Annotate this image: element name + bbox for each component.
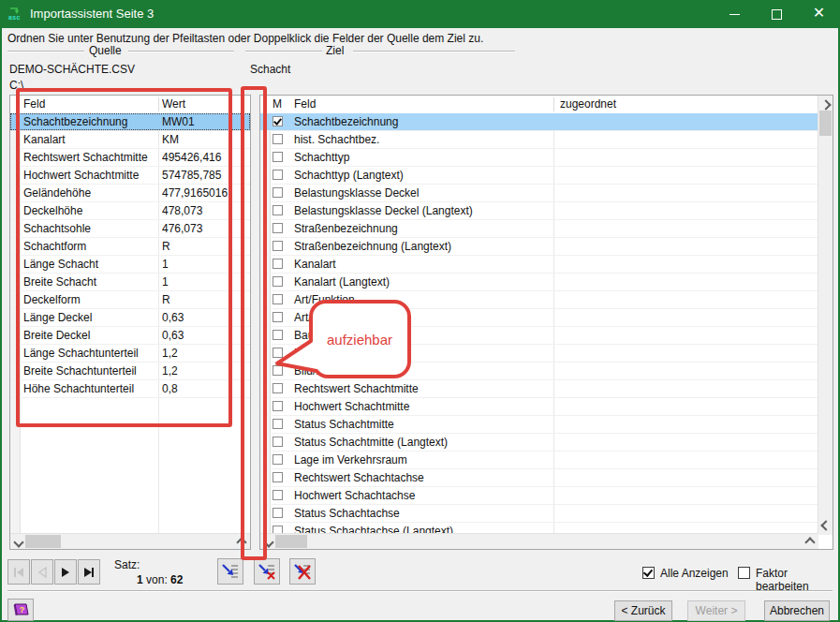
edit-factor-checkbox[interactable] (738, 567, 750, 579)
scroll-up-icon[interactable] (820, 99, 831, 110)
source-row[interactable]: Länge Schachtunterteil 1,2 (10, 345, 250, 363)
mapped-checkbox[interactable] (273, 508, 283, 518)
last-record-button[interactable] (78, 559, 100, 585)
target-row[interactable]: Art/Fu (260, 309, 818, 327)
source-row[interactable]: Breite Schacht 1 (10, 274, 250, 291)
first-record-button[interactable] (7, 559, 30, 585)
mapped-checkbox[interactable] (273, 401, 283, 411)
source-row[interactable]: Breite Deckel 0,63 (10, 327, 250, 345)
target-row[interactable]: Straßenbezeichnung (260, 220, 818, 238)
target-row[interactable]: Schachtbezeichnung (260, 113, 818, 131)
source-row[interactable]: Rechtswert Schachtmitte 495426,416 (10, 149, 250, 167)
target-horizontal-scrollbar[interactable] (260, 533, 818, 549)
remove-all-assignments-button[interactable] (289, 558, 316, 585)
target-row[interactable]: Art/Funktion (260, 291, 818, 309)
target-row[interactable]: Be (260, 345, 818, 363)
source-grid[interactable]: Feld Wert Schachtbezeichnung MW01 Kanala… (9, 95, 251, 550)
target-row[interactable]: Rechtswert Schachtachse (260, 469, 818, 487)
target-row[interactable]: Status Schachtachse (260, 505, 818, 523)
source-row[interactable]: Höhe Schachtunterteil 0,8 (10, 380, 250, 398)
target-vertical-scrollbar[interactable] (818, 96, 833, 535)
title-bar[interactable]: asc Importassistent Seite 3 ✕ (0, 0, 840, 28)
back-button[interactable]: < Zurück (614, 600, 672, 621)
mapped-checkbox[interactable] (273, 152, 283, 162)
mapped-checkbox[interactable] (273, 419, 283, 429)
scroll-right-icon[interactable] (236, 537, 246, 547)
target-row[interactable]: Kanalart (260, 256, 818, 274)
mapped-checkbox[interactable] (273, 490, 283, 500)
mapped-checkbox[interactable] (273, 348, 283, 358)
source-row[interactable]: Länge Schacht 1 (10, 256, 250, 274)
scrollbar-thumb[interactable] (819, 111, 832, 136)
cancel-button[interactable]: Abbrechen (764, 600, 830, 621)
source-row[interactable]: Schachtbezeichnung MW01 (10, 113, 250, 131)
target-field-cell: Kanalart (Langtext) (294, 274, 553, 290)
mapped-checkbox[interactable] (273, 365, 283, 376)
mapped-checkbox[interactable] (273, 223, 283, 233)
source-horizontal-scrollbar[interactable] (10, 533, 250, 549)
scroll-down-icon[interactable] (820, 520, 831, 530)
mapped-checkbox[interactable] (273, 134, 283, 144)
target-row[interactable]: Rechtswert Schachtmitte (260, 380, 818, 398)
target-col-assigned: zugeordnet (560, 96, 747, 113)
target-row[interactable]: hist. Schachtbez. (260, 131, 818, 149)
source-row[interactable]: Geländehöhe 477,9165016 (10, 185, 250, 202)
source-row[interactable]: Deckelform R (10, 291, 250, 309)
target-row[interactable]: Hochwert Schachtachse (260, 487, 818, 505)
target-row[interactable]: Kanalart (Langtext) (260, 274, 818, 291)
target-row[interactable]: Hochwert Schachtmitte (260, 398, 818, 416)
mapped-checkbox[interactable] (273, 312, 283, 322)
target-row[interactable]: Schachttyp (Langtext) (260, 167, 818, 185)
scroll-left-icon[interactable] (263, 537, 273, 547)
mapped-checkbox[interactable] (273, 454, 283, 465)
mapped-checkbox[interactable] (273, 259, 283, 269)
mapped-checkbox[interactable] (273, 187, 283, 198)
mapped-checkbox[interactable] (273, 170, 283, 180)
scroll-right-icon[interactable] (804, 537, 815, 547)
record-counter-value: 1 von: 62 (137, 573, 183, 586)
target-row[interactable]: Belastungsklasse Deckel (260, 185, 818, 202)
target-row[interactable]: Schachttyp (260, 149, 818, 167)
help-button[interactable]: ? (7, 599, 34, 621)
maximize-button[interactable] (756, 0, 798, 28)
source-row[interactable]: Breite Schachtunterteil 1,2 (10, 363, 250, 380)
scroll-left-icon[interactable] (13, 537, 23, 547)
mapped-checkbox[interactable] (273, 383, 283, 393)
next-record-button[interactable] (54, 559, 77, 585)
mapped-checkbox[interactable] (273, 205, 283, 215)
mapped-checkbox[interactable] (273, 437, 283, 447)
target-row[interactable]: Belastungsklasse Deckel (Langtext) (260, 202, 818, 220)
target-row[interactable]: Bild/Fo (260, 363, 818, 380)
source-row[interactable]: Deckelhöhe 478,073 (10, 202, 250, 220)
target-row[interactable]: Straßenbezeichnung (Langtext) (260, 238, 818, 256)
minimize-button[interactable] (714, 0, 756, 28)
remove-assignment-button[interactable] (254, 558, 280, 585)
mapped-checkbox[interactable] (273, 116, 283, 126)
target-grid[interactable]: M Feld zugeordnet Schachtbezeichnung his… (259, 95, 833, 550)
target-row[interactable]: Lage im Verkehrsraum (260, 452, 818, 469)
target-row[interactable]: Status Schachtmitte (Langtext) (260, 434, 818, 452)
source-row[interactable]: Schachtsohle 476,073 (10, 220, 250, 238)
source-row[interactable]: Länge Deckel 0,63 (10, 309, 250, 327)
previous-record-button[interactable] (31, 559, 53, 585)
scrollbar-thumb[interactable] (25, 535, 61, 548)
assign-field-button[interactable] (217, 558, 243, 585)
mapped-checkbox[interactable] (273, 294, 283, 304)
close-button[interactable]: ✕ (798, 0, 840, 28)
svg-text:asc: asc (8, 14, 21, 21)
mapped-checkbox[interactable] (273, 276, 283, 287)
source-row[interactable]: Schachtform R (10, 238, 250, 256)
mapped-checkbox[interactable] (273, 241, 283, 251)
source-value-cell: 1,2 (162, 363, 248, 379)
mapped-checkbox[interactable] (273, 472, 283, 482)
target-field-cell: hist. Schachtbez. (294, 131, 553, 148)
source-row[interactable]: Hochwert Schachtmitte 574785,785 (10, 167, 250, 185)
target-row[interactable]: Status Schachtmitte (260, 416, 818, 434)
mapped-checkbox[interactable] (273, 330, 283, 340)
source-row[interactable]: Kanalart KM (10, 131, 250, 149)
target-row[interactable]: Baujah (260, 327, 818, 345)
next-button[interactable]: Weiter > (687, 600, 745, 621)
scrollbar-thumb[interactable] (275, 535, 307, 548)
show-all-checkbox[interactable] (642, 567, 655, 579)
target-field-cell: Status Schachtmitte (294, 416, 553, 433)
